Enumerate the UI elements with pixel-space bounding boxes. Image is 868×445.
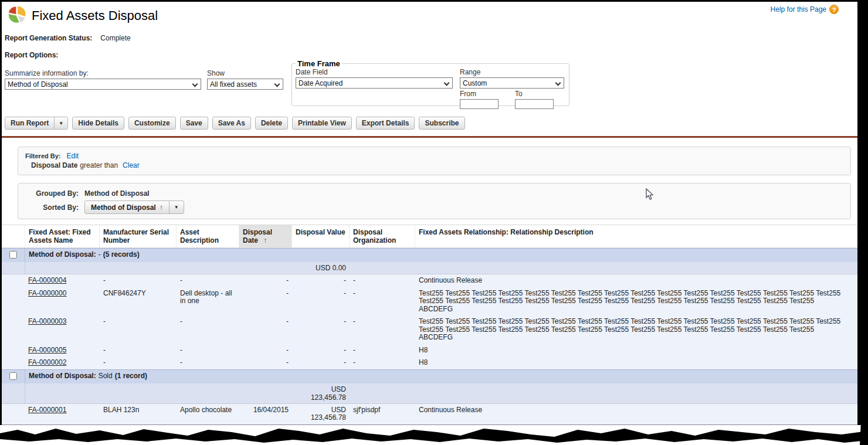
- asset-link[interactable]: FA-0000000: [28, 289, 66, 297]
- subtotal-spacer: [25, 383, 292, 403]
- page-title: Fixed Assets Disposal: [32, 8, 158, 23]
- asset-link[interactable]: FA-0000004: [28, 276, 66, 284]
- table-row: FA-0000005 - - - - - H8: [2, 344, 857, 357]
- column-header-disposal-date-label: Disposal Date: [243, 228, 272, 244]
- column-header-relationship[interactable]: Fixed Assets Relationship: Relationship …: [415, 225, 857, 247]
- serial-cell: BLAH 123n: [100, 404, 177, 424]
- help-question-icon[interactable]: ?: [829, 5, 839, 14]
- customize-button[interactable]: Customize: [128, 117, 176, 130]
- sort-field-button[interactable]: Method of Disposal↑: [85, 201, 169, 213]
- filtered-by-panel: Filtered By:Edit Disposal Dategreater th…: [18, 147, 851, 175]
- disposal-value-cell: -: [292, 344, 350, 357]
- checkbox-column-header: [2, 225, 25, 247]
- asset-link[interactable]: FA-0000005: [28, 346, 66, 354]
- subtotal-spacer: [350, 383, 857, 403]
- chevron-down-icon: [555, 80, 561, 86]
- disposal-date-cell: -: [239, 344, 292, 357]
- group-subtotal-value: USD 0.00: [292, 262, 350, 274]
- disposal-value-cell: -: [292, 287, 350, 316]
- run-report-button[interactable]: Run Report: [5, 117, 54, 129]
- grand-total-value: USD 123,456.78: [292, 440, 350, 445]
- group-record-count: (1 record): [115, 372, 147, 380]
- chevron-down-icon: [274, 81, 280, 87]
- grand-total-spacer: [350, 440, 857, 445]
- column-header-disposal-org[interactable]: Disposal Organization: [350, 225, 415, 247]
- subtotal-spacer: [25, 262, 292, 274]
- date-field-value: Date Acquired: [299, 79, 343, 87]
- column-header-disposal-value[interactable]: Disposal Value: [292, 225, 350, 247]
- disposal-value-cell: USD 123,456.78: [292, 404, 350, 424]
- disposal-org-cell: -: [350, 287, 415, 316]
- filter-clear-link[interactable]: Clear: [123, 161, 140, 169]
- disposal-org-cell: -: [350, 315, 415, 344]
- report-status: Report Generation Status:Complete: [5, 34, 131, 42]
- help-link[interactable]: Help for this Page: [771, 5, 826, 13]
- to-label: To: [515, 90, 554, 98]
- date-field-select[interactable]: Date Acquired: [296, 77, 453, 89]
- to-date-input[interactable]: [515, 99, 554, 109]
- asset-name-cell: FA-0000000: [25, 287, 100, 316]
- relationship-cell: H8: [415, 344, 857, 357]
- from-date-input[interactable]: [460, 99, 499, 109]
- grand-total-section: Grand Totals (6 records) USD 123,456.78: [2, 424, 857, 445]
- run-report-dropdown-icon[interactable]: ▼: [54, 117, 67, 129]
- column-header-disposal-date[interactable]: Disposal Date ↑: [239, 225, 292, 247]
- subscribe-button[interactable]: Subscribe: [419, 117, 464, 130]
- subtotal-spacer: [350, 262, 857, 274]
- group-subtotal-value: USD 123,456.78: [292, 383, 350, 403]
- asset-link[interactable]: FA-0000001: [28, 406, 66, 414]
- sorted-by-label: Sorted By:: [18, 203, 79, 212]
- column-header-asset-name[interactable]: Fixed Asset: Fixed Assets Name: [25, 225, 100, 247]
- table-row: FA-0000002 - - - - - H8: [2, 356, 857, 369]
- summarize-select[interactable]: Method of Disposal: [5, 79, 201, 90]
- disposal-value-cell: -: [292, 315, 350, 344]
- printable-view-button[interactable]: Printable View: [292, 117, 352, 130]
- summarize-label: Summarize information by:: [5, 69, 201, 77]
- filter-edit-link[interactable]: Edit: [67, 152, 79, 160]
- report-table: Fixed Asset: Fixed Assets Name Manufactu…: [2, 225, 857, 445]
- summarize-group: Summarize information by: Method of Disp…: [5, 69, 201, 90]
- show-select[interactable]: All fixed assets: [207, 79, 283, 90]
- sort-asc-icon: ↑: [263, 236, 267, 244]
- serial-cell: -: [100, 356, 177, 369]
- table-row: FA-0000004 - - - - - Continuous Release: [2, 274, 857, 287]
- delete-button[interactable]: Delete: [255, 117, 288, 130]
- row-checkbox-cell: [2, 315, 25, 344]
- group-subtotal-row: USD 0.00: [2, 262, 857, 274]
- timeframe-legend: Time Frame: [296, 59, 342, 68]
- disposal-value-cell: -: [292, 356, 350, 369]
- grand-total-spacer: [2, 440, 292, 445]
- asset-link[interactable]: FA-0000003: [28, 317, 66, 325]
- report-options-label: Report Options:: [5, 51, 58, 59]
- save-button[interactable]: Save: [180, 117, 208, 130]
- hide-details-button[interactable]: Hide Details: [72, 117, 124, 130]
- group-checkbox[interactable]: [9, 372, 17, 380]
- show-group: Show All fixed assets: [207, 69, 283, 90]
- sort-asc-icon: ↑: [160, 203, 163, 212]
- chevron-down-icon: [192, 81, 198, 87]
- report-pie-icon: [8, 5, 26, 26]
- group-checkbox[interactable]: [9, 251, 17, 259]
- group-value: Sold: [99, 372, 113, 380]
- export-details-button[interactable]: Export Details: [356, 117, 415, 130]
- sort-dropdown-icon[interactable]: ▼: [169, 201, 184, 213]
- range-select[interactable]: Custom: [460, 77, 564, 89]
- date-field-label: Date Field: [296, 68, 453, 76]
- disposal-date-cell: -: [239, 315, 292, 344]
- disposal-date-cell: -: [239, 274, 292, 287]
- subtotal-checkbox-cell: [2, 383, 25, 403]
- sort-field-dropdown: Method of Disposal↑ ▼: [84, 201, 184, 214]
- page-header: Fixed Assets Disposal: [8, 5, 158, 26]
- column-header-serial[interactable]: Manufacturer Serial Number: [100, 225, 177, 247]
- save-as-button[interactable]: Save As: [212, 117, 251, 130]
- row-checkbox-cell: [2, 274, 25, 287]
- asset-link[interactable]: FA-0000002: [28, 358, 66, 366]
- sort-field-value: Method of Disposal: [91, 203, 156, 212]
- disposal-org-cell: -: [350, 356, 415, 369]
- summarize-value: Method of Disposal: [8, 80, 68, 89]
- torn-right-edge: [856, 0, 868, 445]
- relationship-cell: Test255 Test255 Test255 Test255 Test255 …: [415, 287, 857, 316]
- range-label: Range: [460, 68, 565, 76]
- description-cell: Dell desktop - all in one: [177, 287, 239, 316]
- column-header-description[interactable]: Asset Description: [177, 225, 239, 247]
